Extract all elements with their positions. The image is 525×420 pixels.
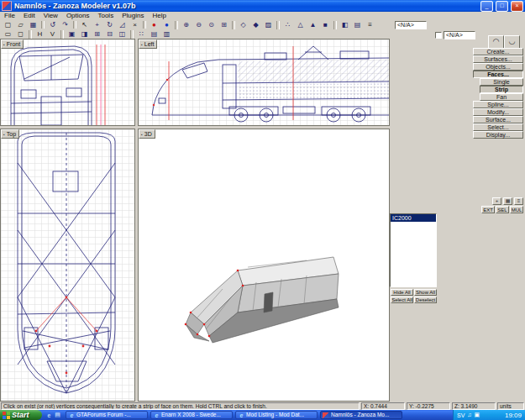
viewport-icon: ▪ bbox=[141, 41, 143, 48]
status-hint: Click on exist (or not) vertices consequ… bbox=[1, 402, 360, 410]
secondary-toolbar: ▭ ◻ H V ▣ ◨ ⊞ ⊟ ◫ ∷ ▤ ▥ bbox=[0, 29, 390, 39]
cmd-display[interactable]: Display... bbox=[473, 131, 523, 139]
close-button[interactable]: × bbox=[511, 1, 523, 12]
add-small-icon[interactable]: + bbox=[492, 197, 501, 205]
panel-checkbox[interactable] bbox=[435, 32, 442, 39]
patch-icon[interactable]: ◡ bbox=[504, 35, 520, 49]
taskbar-button-1[interactable]: e GTAForums Forum -... bbox=[66, 411, 148, 419]
toolbar-separator bbox=[232, 21, 235, 29]
taskbar-button-2[interactable]: e Enarn X 2008 - Swede... bbox=[150, 411, 233, 419]
grid-small-icon[interactable]: ▦ bbox=[503, 197, 512, 205]
tray-icon[interactable]: ▣ bbox=[475, 411, 480, 419]
volume-icon[interactable]: ♫ bbox=[467, 411, 471, 419]
viewport-tab-3d[interactable]: ▪ 3D bbox=[139, 129, 155, 139]
taskbar-button-label: Mod Listing - Mod Dat... bbox=[246, 412, 304, 417]
coord-x: X: 0.7444 bbox=[361, 402, 405, 410]
show-all-button[interactable]: Show All bbox=[414, 289, 437, 296]
taskbar-button-label: Namnlös - Zanoza Mo... bbox=[331, 412, 389, 417]
status-bar: Click on exist (or not) vertices consequ… bbox=[0, 402, 525, 410]
toolbar-separator bbox=[130, 30, 134, 39]
taskbar-button-3[interactable]: e Mod Listing - Mod Dat... bbox=[235, 411, 318, 419]
coord-y: Y: -0.2275 bbox=[407, 402, 450, 410]
coord-units: units bbox=[497, 402, 524, 410]
curve-icon[interactable]: ◠ bbox=[488, 35, 504, 49]
coord-z: Z: 3.1490 bbox=[452, 402, 496, 410]
title-bar: Namnlös - Zanoza Modeler v1.07b _ □ × bbox=[0, 0, 525, 12]
app-icon bbox=[2, 1, 12, 11]
window-title: Namnlös - Zanoza Modeler v1.07b bbox=[14, 2, 478, 10]
ie-icon: e bbox=[238, 412, 245, 419]
object-list-item[interactable]: IC2000 bbox=[391, 214, 436, 222]
cmd-surfaces[interactable]: Surfaces... bbox=[473, 55, 523, 63]
viewport-icon: ▪ bbox=[3, 41, 5, 48]
ie-quicklaunch-icon[interactable]: e bbox=[45, 411, 53, 419]
zmodeler-icon bbox=[323, 412, 328, 418]
windows-logo-icon bbox=[3, 412, 10, 419]
cmd-single[interactable]: Single bbox=[480, 78, 523, 86]
na-dropdown-1[interactable]: <N/A> bbox=[395, 21, 427, 29]
viewport-left[interactable]: ▪ Left bbox=[138, 39, 390, 126]
show-desktop-icon[interactable]: ▤ bbox=[54, 411, 61, 419]
viewport-icon: ▪ bbox=[3, 131, 5, 138]
top-blueprint-drawing bbox=[1, 129, 134, 401]
cmd-strip[interactable]: Strip bbox=[480, 86, 523, 93]
viewport-tab-top[interactable]: ▪ Top bbox=[1, 129, 19, 139]
maximize-button[interactable]: □ bbox=[496, 1, 508, 12]
viewport-3d[interactable]: ▪ 3D bbox=[138, 129, 390, 402]
system-tray: SV ♫ ▣ 19:09 bbox=[453, 410, 525, 420]
cmd-create[interactable]: Create... bbox=[473, 48, 523, 55]
minimize-button[interactable]: _ bbox=[480, 1, 493, 12]
toolbar-separator bbox=[276, 21, 280, 29]
cmd-objects[interactable]: Objects... bbox=[473, 63, 523, 71]
ie-icon: e bbox=[153, 412, 160, 419]
ie-icon: e bbox=[68, 412, 76, 419]
viewport-label: 3D bbox=[144, 131, 152, 138]
deselect-button[interactable]: Deselect bbox=[414, 297, 437, 303]
viewport-tab-left[interactable]: ▪ Left bbox=[139, 39, 157, 49]
mode-sel-button[interactable]: SEL bbox=[496, 206, 509, 213]
taskbar-button-label: GTAForums Forum -... bbox=[76, 412, 131, 417]
clock: 19:09 bbox=[505, 412, 522, 419]
viewport-tab-front[interactable]: ▪ Front bbox=[1, 39, 24, 49]
object-list[interactable]: IC2000 bbox=[390, 213, 437, 287]
list-small-icon[interactable]: ≡ bbox=[514, 197, 523, 205]
left-blueprint-drawing bbox=[139, 39, 389, 125]
cmd-fan[interactable]: Fan bbox=[480, 93, 523, 101]
front-blueprint-drawing bbox=[1, 39, 134, 125]
viewport-front[interactable]: ▪ Front bbox=[0, 39, 135, 126]
cmd-modify[interactable]: Modify... bbox=[473, 108, 523, 116]
taskbar-button-label: Enarn X 2008 - Swede... bbox=[161, 412, 221, 417]
cmd-select[interactable]: Select... bbox=[473, 123, 523, 131]
language-indicator[interactable]: SV bbox=[457, 412, 465, 418]
mode-mul-button[interactable]: MUL bbox=[510, 206, 523, 213]
start-label: Start bbox=[12, 411, 29, 419]
toolbar-separator bbox=[73, 21, 76, 29]
viewport-label: Front bbox=[7, 41, 20, 48]
cmd-faces[interactable]: Faces... bbox=[473, 71, 523, 78]
command-panel: <N/A> <N/A> ◠ ◡ Create... Surfaces... Ob… bbox=[390, 20, 525, 402]
viewport-label: Left bbox=[144, 41, 155, 48]
na-dropdown-2[interactable]: <N/A> bbox=[444, 31, 475, 39]
toolbar-separator bbox=[41, 21, 45, 29]
viewport-icon: ▪ bbox=[141, 131, 143, 138]
toolbar-separator bbox=[29, 30, 32, 39]
select-all-button[interactable]: Select All bbox=[391, 297, 413, 303]
cmd-surface[interactable]: Surface... bbox=[473, 116, 523, 123]
start-button[interactable]: Start bbox=[0, 410, 42, 420]
viewport-top[interactable]: ▪ Top bbox=[0, 129, 135, 402]
viewport-label: Top bbox=[7, 131, 16, 138]
hide-all-button[interactable]: Hide All bbox=[391, 289, 413, 296]
taskbar: Start e ▤ e GTAForums Forum -... e Enarn… bbox=[0, 410, 525, 420]
toolbar-separator bbox=[60, 30, 64, 39]
cmd-spline[interactable]: Spline... bbox=[473, 101, 523, 108]
mode-ext-button[interactable]: EXT bbox=[481, 206, 495, 213]
3d-model-view bbox=[139, 129, 389, 401]
taskbar-button-4-active[interactable]: Namnlös - Zanoza Mo... bbox=[320, 411, 402, 419]
toolbar-separator bbox=[333, 21, 337, 29]
toolbar-separator bbox=[175, 21, 178, 29]
toolbar-separator bbox=[143, 21, 146, 29]
